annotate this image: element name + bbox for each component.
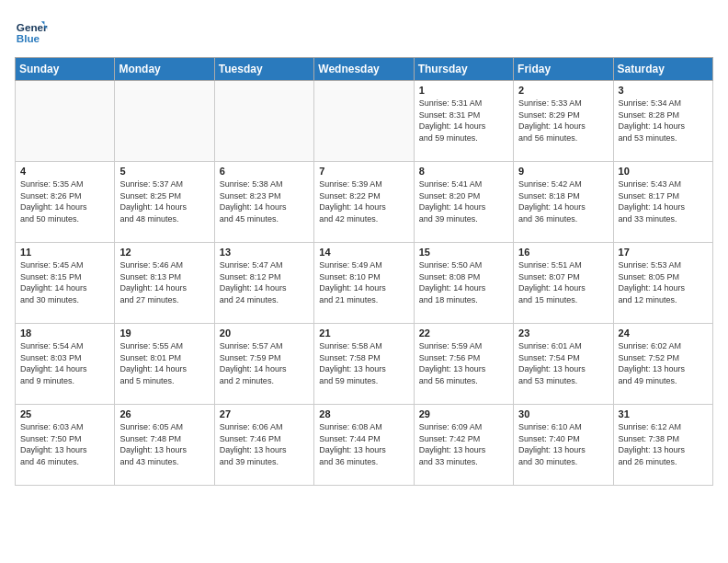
day-info: Sunrise: 5:31 AM Sunset: 8:31 PM Dayligh…: [419, 98, 508, 144]
calendar-cell: 15Sunrise: 5:50 AM Sunset: 8:08 PM Dayli…: [414, 243, 513, 324]
calendar-cell: 7Sunrise: 5:39 AM Sunset: 8:22 PM Daylig…: [314, 162, 414, 243]
day-info: Sunrise: 6:09 AM Sunset: 7:42 PM Dayligh…: [419, 421, 508, 467]
calendar-cell: 3Sunrise: 5:34 AM Sunset: 8:28 PM Daylig…: [613, 81, 712, 162]
calendar-cell: 4Sunrise: 5:35 AM Sunset: 8:26 PM Daylig…: [16, 162, 115, 243]
day-info: Sunrise: 5:43 AM Sunset: 8:17 PM Dayligh…: [619, 178, 708, 224]
day-info: Sunrise: 6:05 AM Sunset: 7:48 PM Dayligh…: [119, 421, 209, 467]
day-number: 24: [619, 327, 708, 339]
day-number: 9: [518, 166, 608, 177]
calendar-cell: 14Sunrise: 5:49 AM Sunset: 8:10 PM Dayli…: [314, 243, 414, 324]
weekday-header: Sunday: [16, 58, 115, 81]
day-number: 10: [619, 166, 708, 177]
day-info: Sunrise: 5:47 AM Sunset: 8:12 PM Dayligh…: [220, 259, 309, 305]
logo-icon: General Blue: [15, 15, 48, 48]
day-number: 23: [518, 327, 608, 339]
day-info: Sunrise: 6:12 AM Sunset: 7:38 PM Dayligh…: [619, 421, 708, 467]
calendar-cell: 22Sunrise: 5:59 AM Sunset: 7:56 PM Dayli…: [414, 324, 513, 405]
weekday-header: Saturday: [613, 58, 712, 81]
calendar-cell: 6Sunrise: 5:38 AM Sunset: 8:23 PM Daylig…: [214, 162, 313, 243]
day-info: Sunrise: 6:10 AM Sunset: 7:40 PM Dayligh…: [518, 421, 608, 467]
day-number: 16: [518, 247, 608, 258]
calendar-cell: 18Sunrise: 5:54 AM Sunset: 8:03 PM Dayli…: [16, 324, 115, 405]
day-number: 19: [119, 327, 209, 339]
svg-text:Blue: Blue: [17, 32, 40, 44]
day-number: 20: [220, 327, 309, 339]
day-info: Sunrise: 5:35 AM Sunset: 8:26 PM Dayligh…: [20, 178, 109, 224]
day-info: Sunrise: 6:03 AM Sunset: 7:50 PM Dayligh…: [20, 421, 109, 467]
day-number: 29: [419, 408, 508, 419]
calendar-cell: 13Sunrise: 5:47 AM Sunset: 8:12 PM Dayli…: [214, 243, 313, 324]
day-number: 18: [20, 327, 109, 339]
calendar-cell: 25Sunrise: 6:03 AM Sunset: 7:50 PM Dayli…: [16, 405, 115, 486]
day-number: 28: [319, 408, 408, 419]
day-number: 8: [419, 166, 508, 177]
calendar-cell: [314, 81, 414, 162]
logo: General Blue: [15, 15, 51, 48]
weekday-header: Monday: [115, 58, 214, 81]
calendar-cell: 10Sunrise: 5:43 AM Sunset: 8:17 PM Dayli…: [613, 162, 712, 243]
day-info: Sunrise: 5:53 AM Sunset: 8:05 PM Dayligh…: [619, 259, 708, 305]
day-info: Sunrise: 5:37 AM Sunset: 8:25 PM Dayligh…: [119, 178, 209, 224]
day-number: 17: [619, 247, 708, 258]
day-number: 2: [518, 85, 608, 96]
calendar-week-row: 25Sunrise: 6:03 AM Sunset: 7:50 PM Dayli…: [16, 405, 713, 486]
day-info: Sunrise: 5:38 AM Sunset: 8:23 PM Dayligh…: [220, 178, 309, 224]
weekday-header: Friday: [514, 58, 613, 81]
page-header: General Blue: [15, 15, 713, 48]
day-info: Sunrise: 5:42 AM Sunset: 8:18 PM Dayligh…: [518, 178, 608, 224]
calendar-cell: 16Sunrise: 5:51 AM Sunset: 8:07 PM Dayli…: [514, 243, 613, 324]
day-info: Sunrise: 5:34 AM Sunset: 8:28 PM Dayligh…: [619, 98, 708, 144]
calendar-cell: 2Sunrise: 5:33 AM Sunset: 8:29 PM Daylig…: [514, 81, 613, 162]
calendar-cell: 27Sunrise: 6:06 AM Sunset: 7:46 PM Dayli…: [214, 405, 313, 486]
calendar-cell: 31Sunrise: 6:12 AM Sunset: 7:38 PM Dayli…: [613, 405, 712, 486]
calendar-cell: 5Sunrise: 5:37 AM Sunset: 8:25 PM Daylig…: [115, 162, 214, 243]
calendar-week-row: 4Sunrise: 5:35 AM Sunset: 8:26 PM Daylig…: [16, 162, 713, 243]
calendar-cell: [214, 81, 313, 162]
day-info: Sunrise: 5:33 AM Sunset: 8:29 PM Dayligh…: [518, 98, 608, 144]
day-number: 21: [319, 327, 408, 339]
calendar-cell: [115, 81, 214, 162]
day-info: Sunrise: 6:02 AM Sunset: 7:52 PM Dayligh…: [619, 340, 708, 386]
calendar-cell: 9Sunrise: 5:42 AM Sunset: 8:18 PM Daylig…: [514, 162, 613, 243]
day-info: Sunrise: 5:58 AM Sunset: 7:58 PM Dayligh…: [319, 340, 408, 386]
day-number: 25: [20, 408, 109, 419]
day-info: Sunrise: 5:51 AM Sunset: 8:07 PM Dayligh…: [518, 259, 608, 305]
day-info: Sunrise: 6:08 AM Sunset: 7:44 PM Dayligh…: [319, 421, 408, 467]
calendar-week-row: 18Sunrise: 5:54 AM Sunset: 8:03 PM Dayli…: [16, 324, 713, 405]
calendar-table: SundayMondayTuesdayWednesdayThursdayFrid…: [15, 57, 713, 486]
calendar-cell: 29Sunrise: 6:09 AM Sunset: 7:42 PM Dayli…: [414, 405, 513, 486]
day-number: 15: [419, 247, 508, 258]
day-info: Sunrise: 6:01 AM Sunset: 7:54 PM Dayligh…: [518, 340, 608, 386]
day-number: 30: [518, 408, 608, 419]
calendar-cell: 21Sunrise: 5:58 AM Sunset: 7:58 PM Dayli…: [314, 324, 414, 405]
day-info: Sunrise: 5:57 AM Sunset: 7:59 PM Dayligh…: [220, 340, 309, 386]
day-info: Sunrise: 5:49 AM Sunset: 8:10 PM Dayligh…: [319, 259, 408, 305]
calendar-cell: [16, 81, 115, 162]
weekday-header: Wednesday: [314, 58, 414, 81]
day-number: 31: [619, 408, 708, 419]
day-number: 12: [119, 247, 209, 258]
calendar-cell: 11Sunrise: 5:45 AM Sunset: 8:15 PM Dayli…: [16, 243, 115, 324]
calendar-cell: 23Sunrise: 6:01 AM Sunset: 7:54 PM Dayli…: [514, 324, 613, 405]
calendar-week-row: 11Sunrise: 5:45 AM Sunset: 8:15 PM Dayli…: [16, 243, 713, 324]
calendar-cell: 1Sunrise: 5:31 AM Sunset: 8:31 PM Daylig…: [414, 81, 513, 162]
calendar-cell: 17Sunrise: 5:53 AM Sunset: 8:05 PM Dayli…: [613, 243, 712, 324]
day-number: 5: [119, 166, 209, 177]
day-number: 4: [20, 166, 109, 177]
day-number: 26: [119, 408, 209, 419]
calendar-week-row: 1Sunrise: 5:31 AM Sunset: 8:31 PM Daylig…: [16, 81, 713, 162]
day-info: Sunrise: 5:39 AM Sunset: 8:22 PM Dayligh…: [319, 178, 408, 224]
day-number: 7: [319, 166, 408, 177]
day-number: 14: [319, 247, 408, 258]
calendar-header-row: SundayMondayTuesdayWednesdayThursdayFrid…: [16, 58, 713, 81]
day-number: 22: [419, 327, 508, 339]
calendar-cell: 20Sunrise: 5:57 AM Sunset: 7:59 PM Dayli…: [214, 324, 313, 405]
weekday-header: Thursday: [414, 58, 513, 81]
day-number: 11: [20, 247, 109, 258]
day-number: 27: [220, 408, 309, 419]
calendar-cell: 19Sunrise: 5:55 AM Sunset: 8:01 PM Dayli…: [115, 324, 214, 405]
calendar-cell: 24Sunrise: 6:02 AM Sunset: 7:52 PM Dayli…: [613, 324, 712, 405]
day-info: Sunrise: 5:50 AM Sunset: 8:08 PM Dayligh…: [419, 259, 508, 305]
day-info: Sunrise: 5:41 AM Sunset: 8:20 PM Dayligh…: [419, 178, 508, 224]
calendar-cell: 8Sunrise: 5:41 AM Sunset: 8:20 PM Daylig…: [414, 162, 513, 243]
